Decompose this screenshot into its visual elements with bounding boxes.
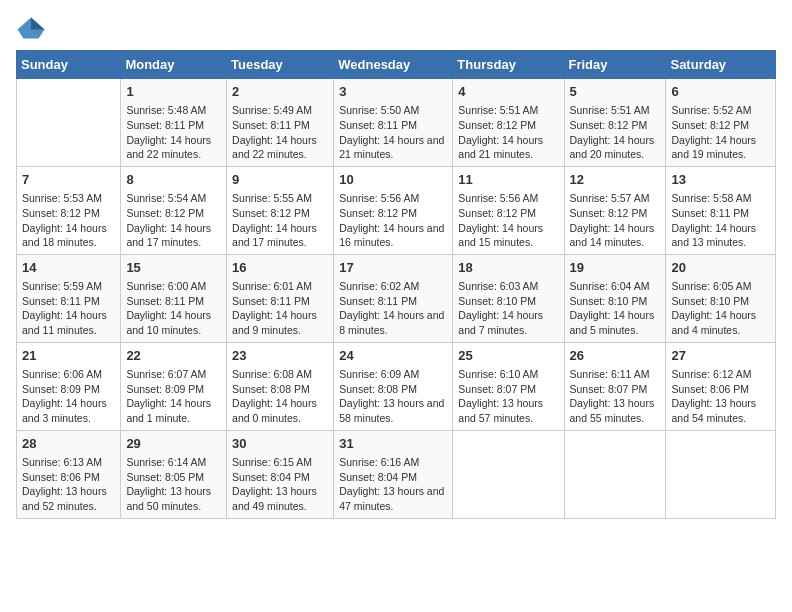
day-number: 23 [232, 347, 328, 365]
day-details: Sunrise: 5:54 AMSunset: 8:12 PMDaylight:… [126, 191, 221, 250]
calendar-cell: 6Sunrise: 5:52 AMSunset: 8:12 PMDaylight… [666, 79, 776, 167]
day-details: Sunrise: 6:02 AMSunset: 8:11 PMDaylight:… [339, 279, 447, 338]
day-number: 18 [458, 259, 558, 277]
day-number: 1 [126, 83, 221, 101]
calendar-cell: 10Sunrise: 5:56 AMSunset: 8:12 PMDayligh… [334, 166, 453, 254]
calendar-cell: 13Sunrise: 5:58 AMSunset: 8:11 PMDayligh… [666, 166, 776, 254]
weekday-header-row: SundayMondayTuesdayWednesdayThursdayFrid… [17, 51, 776, 79]
day-details: Sunrise: 6:05 AMSunset: 8:10 PMDaylight:… [671, 279, 770, 338]
calendar-cell: 1Sunrise: 5:48 AMSunset: 8:11 PMDaylight… [121, 79, 227, 167]
day-number: 31 [339, 435, 447, 453]
day-details: Sunrise: 6:15 AMSunset: 8:04 PMDaylight:… [232, 455, 328, 514]
calendar-cell: 14Sunrise: 5:59 AMSunset: 8:11 PMDayligh… [17, 254, 121, 342]
day-details: Sunrise: 5:52 AMSunset: 8:12 PMDaylight:… [671, 103, 770, 162]
day-number: 6 [671, 83, 770, 101]
day-details: Sunrise: 5:56 AMSunset: 8:12 PMDaylight:… [458, 191, 558, 250]
weekday-header-monday: Monday [121, 51, 227, 79]
calendar-cell: 19Sunrise: 6:04 AMSunset: 8:10 PMDayligh… [564, 254, 666, 342]
day-details: Sunrise: 5:53 AMSunset: 8:12 PMDaylight:… [22, 191, 115, 250]
day-number: 5 [570, 83, 661, 101]
calendar-cell [666, 430, 776, 518]
day-number: 11 [458, 171, 558, 189]
day-details: Sunrise: 6:12 AMSunset: 8:06 PMDaylight:… [671, 367, 770, 426]
day-details: Sunrise: 5:56 AMSunset: 8:12 PMDaylight:… [339, 191, 447, 250]
day-number: 17 [339, 259, 447, 277]
week-row-2: 7Sunrise: 5:53 AMSunset: 8:12 PMDaylight… [17, 166, 776, 254]
day-number: 7 [22, 171, 115, 189]
calendar-cell: 16Sunrise: 6:01 AMSunset: 8:11 PMDayligh… [227, 254, 334, 342]
calendar-cell: 23Sunrise: 6:08 AMSunset: 8:08 PMDayligh… [227, 342, 334, 430]
calendar-cell: 18Sunrise: 6:03 AMSunset: 8:10 PMDayligh… [453, 254, 564, 342]
calendar-cell: 9Sunrise: 5:55 AMSunset: 8:12 PMDaylight… [227, 166, 334, 254]
day-number: 8 [126, 171, 221, 189]
day-details: Sunrise: 6:07 AMSunset: 8:09 PMDaylight:… [126, 367, 221, 426]
day-details: Sunrise: 6:11 AMSunset: 8:07 PMDaylight:… [570, 367, 661, 426]
day-number: 19 [570, 259, 661, 277]
day-details: Sunrise: 6:01 AMSunset: 8:11 PMDaylight:… [232, 279, 328, 338]
day-number: 12 [570, 171, 661, 189]
weekday-header-friday: Friday [564, 51, 666, 79]
calendar-cell: 8Sunrise: 5:54 AMSunset: 8:12 PMDaylight… [121, 166, 227, 254]
weekday-header-thursday: Thursday [453, 51, 564, 79]
logo-icon [16, 16, 46, 40]
calendar-cell: 26Sunrise: 6:11 AMSunset: 8:07 PMDayligh… [564, 342, 666, 430]
calendar-cell: 30Sunrise: 6:15 AMSunset: 8:04 PMDayligh… [227, 430, 334, 518]
day-number: 25 [458, 347, 558, 365]
day-number: 15 [126, 259, 221, 277]
calendar-table: SundayMondayTuesdayWednesdayThursdayFrid… [16, 50, 776, 519]
week-row-4: 21Sunrise: 6:06 AMSunset: 8:09 PMDayligh… [17, 342, 776, 430]
day-number: 10 [339, 171, 447, 189]
weekday-header-tuesday: Tuesday [227, 51, 334, 79]
day-details: Sunrise: 6:14 AMSunset: 8:05 PMDaylight:… [126, 455, 221, 514]
calendar-cell [564, 430, 666, 518]
day-number: 4 [458, 83, 558, 101]
day-number: 21 [22, 347, 115, 365]
day-number: 13 [671, 171, 770, 189]
day-number: 9 [232, 171, 328, 189]
weekday-header-saturday: Saturday [666, 51, 776, 79]
page-header [16, 16, 776, 40]
calendar-cell: 29Sunrise: 6:14 AMSunset: 8:05 PMDayligh… [121, 430, 227, 518]
calendar-cell: 27Sunrise: 6:12 AMSunset: 8:06 PMDayligh… [666, 342, 776, 430]
day-details: Sunrise: 6:04 AMSunset: 8:10 PMDaylight:… [570, 279, 661, 338]
day-details: Sunrise: 5:55 AMSunset: 8:12 PMDaylight:… [232, 191, 328, 250]
weekday-header-sunday: Sunday [17, 51, 121, 79]
week-row-1: 1Sunrise: 5:48 AMSunset: 8:11 PMDaylight… [17, 79, 776, 167]
day-number: 22 [126, 347, 221, 365]
day-number: 3 [339, 83, 447, 101]
day-details: Sunrise: 6:03 AMSunset: 8:10 PMDaylight:… [458, 279, 558, 338]
calendar-cell: 12Sunrise: 5:57 AMSunset: 8:12 PMDayligh… [564, 166, 666, 254]
day-details: Sunrise: 5:57 AMSunset: 8:12 PMDaylight:… [570, 191, 661, 250]
day-number: 30 [232, 435, 328, 453]
day-details: Sunrise: 6:16 AMSunset: 8:04 PMDaylight:… [339, 455, 447, 514]
day-details: Sunrise: 6:10 AMSunset: 8:07 PMDaylight:… [458, 367, 558, 426]
day-number: 26 [570, 347, 661, 365]
svg-marker-1 [31, 18, 45, 30]
weekday-header-wednesday: Wednesday [334, 51, 453, 79]
calendar-cell: 28Sunrise: 6:13 AMSunset: 8:06 PMDayligh… [17, 430, 121, 518]
calendar-cell: 20Sunrise: 6:05 AMSunset: 8:10 PMDayligh… [666, 254, 776, 342]
day-number: 16 [232, 259, 328, 277]
day-details: Sunrise: 5:48 AMSunset: 8:11 PMDaylight:… [126, 103, 221, 162]
calendar-cell [17, 79, 121, 167]
day-details: Sunrise: 5:59 AMSunset: 8:11 PMDaylight:… [22, 279, 115, 338]
calendar-cell: 5Sunrise: 5:51 AMSunset: 8:12 PMDaylight… [564, 79, 666, 167]
calendar-cell: 15Sunrise: 6:00 AMSunset: 8:11 PMDayligh… [121, 254, 227, 342]
calendar-cell: 2Sunrise: 5:49 AMSunset: 8:11 PMDaylight… [227, 79, 334, 167]
calendar-cell: 4Sunrise: 5:51 AMSunset: 8:12 PMDaylight… [453, 79, 564, 167]
day-details: Sunrise: 5:51 AMSunset: 8:12 PMDaylight:… [570, 103, 661, 162]
day-details: Sunrise: 6:13 AMSunset: 8:06 PMDaylight:… [22, 455, 115, 514]
day-details: Sunrise: 6:08 AMSunset: 8:08 PMDaylight:… [232, 367, 328, 426]
day-number: 20 [671, 259, 770, 277]
day-details: Sunrise: 6:09 AMSunset: 8:08 PMDaylight:… [339, 367, 447, 426]
day-details: Sunrise: 6:06 AMSunset: 8:09 PMDaylight:… [22, 367, 115, 426]
day-details: Sunrise: 5:58 AMSunset: 8:11 PMDaylight:… [671, 191, 770, 250]
day-number: 29 [126, 435, 221, 453]
calendar-cell: 21Sunrise: 6:06 AMSunset: 8:09 PMDayligh… [17, 342, 121, 430]
calendar-cell: 25Sunrise: 6:10 AMSunset: 8:07 PMDayligh… [453, 342, 564, 430]
day-number: 14 [22, 259, 115, 277]
calendar-cell: 17Sunrise: 6:02 AMSunset: 8:11 PMDayligh… [334, 254, 453, 342]
day-details: Sunrise: 5:50 AMSunset: 8:11 PMDaylight:… [339, 103, 447, 162]
day-details: Sunrise: 5:51 AMSunset: 8:12 PMDaylight:… [458, 103, 558, 162]
calendar-cell: 22Sunrise: 6:07 AMSunset: 8:09 PMDayligh… [121, 342, 227, 430]
